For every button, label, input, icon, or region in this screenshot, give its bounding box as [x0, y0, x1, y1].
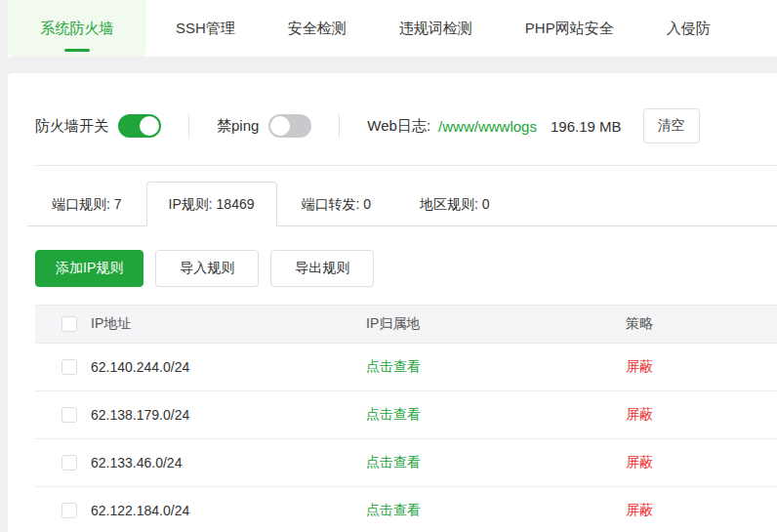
export-rules-button[interactable]: 导出规则 [270, 250, 374, 287]
policy-link[interactable]: 屏蔽 [626, 358, 653, 374]
top-tab-label: 违规词检测 [399, 20, 472, 38]
toggle-knob [270, 116, 290, 136]
toggle-knob [140, 116, 159, 136]
add-ip-rule-button[interactable]: 添加IP规则 [35, 250, 143, 287]
ping-switch-label: 禁ping [217, 117, 259, 136]
firewall-switch-label: 防火墙开关 [35, 117, 108, 136]
table-row: 62.140.244.0/24 点击查看 屏蔽 [35, 344, 777, 391]
column-header-policy: 策略 [626, 315, 777, 333]
row-checkbox[interactable] [61, 455, 77, 471]
rule-tab-ip-rules[interactable]: IP规则: 18469 [146, 182, 277, 226]
weblog-size: 196.19 MB [551, 118, 622, 135]
row-checkbox[interactable] [61, 407, 77, 423]
select-all-checkbox[interactable] [61, 316, 77, 332]
ip-location-link[interactable]: 点击查看 [366, 358, 421, 374]
firewall-switch-toggle[interactable] [118, 114, 161, 138]
top-tab-security-scan[interactable]: 安全检测 [288, 0, 347, 57]
top-tab-label: 安全检测 [288, 20, 347, 38]
ip-rules-table: IP地址 IP归属地 策略 62.140.244.0/24 点击查看 屏蔽 62… [35, 305, 777, 532]
rule-tabs: 端口规则: 7 IP规则: 18469 端口转发: 0 地区规则: 0 [27, 182, 777, 226]
top-tab-php-site-security[interactable]: PHP网站安全 [525, 0, 614, 57]
top-tab-banned-words[interactable]: 违规词检测 [399, 0, 472, 57]
rule-tab-port-forward[interactable]: 端口转发: 0 [277, 183, 396, 225]
row-checkbox[interactable] [61, 503, 77, 518]
top-tab-label: SSH管理 [176, 20, 235, 38]
table-row: 62.133.46.0/24 点击查看 屏蔽 [35, 439, 777, 487]
ip-address: 62.138.179.0/24 [91, 407, 366, 423]
switch-row: 防火墙开关 禁ping Web日志: /www/wwwlogs 196.19 M… [8, 73, 777, 165]
ip-location-link[interactable]: 点击查看 [366, 502, 421, 517]
policy-link[interactable]: 屏蔽 [626, 454, 653, 470]
toolbar: 添加IP规则 导入规则 导出规则 [35, 250, 777, 287]
policy-link[interactable]: 屏蔽 [626, 502, 653, 517]
ip-location-link[interactable]: 点击查看 [366, 454, 421, 470]
ping-switch-toggle[interactable] [268, 114, 311, 138]
top-tab-system-firewall[interactable]: 系统防火墙 [8, 0, 146, 57]
import-rules-button[interactable]: 导入规则 [155, 250, 259, 287]
rule-tab-port-rules[interactable]: 端口规则: 7 [27, 183, 146, 225]
weblog-label: Web日志: [367, 117, 430, 136]
page: 系统防火墙 SSH管理 安全检测 违规词检测 PHP网站安全 入侵防 防火墙开关… [0, 0, 777, 532]
policy-link[interactable]: 屏蔽 [626, 406, 653, 422]
page-gap [8, 57, 777, 73]
top-tab-label: 系统防火墙 [41, 20, 114, 38]
table-row: 62.138.179.0/24 点击查看 屏蔽 [35, 391, 777, 439]
section-divider [35, 165, 777, 166]
ip-location-link[interactable]: 点击查看 [366, 406, 421, 422]
row-checkbox[interactable] [61, 359, 77, 375]
top-tab-intrusion[interactable]: 入侵防 [667, 0, 711, 57]
rule-tab-region-rules[interactable]: 地区规则: 0 [395, 183, 514, 225]
ip-address: 62.140.244.0/24 [91, 359, 366, 375]
top-tab-ssh[interactable]: SSH管理 [176, 0, 235, 57]
ip-address: 62.133.46.0/24 [91, 455, 366, 471]
top-tab-label: PHP网站安全 [525, 20, 614, 38]
active-tab-underline [64, 49, 90, 52]
table-row: 62.122.184.0/24 点击查看 屏蔽 [35, 487, 777, 532]
clear-log-button[interactable]: 清空 [643, 108, 700, 143]
firewall-card: 防火墙开关 禁ping Web日志: /www/wwwlogs 196.19 M… [8, 73, 777, 532]
weblog-path-link[interactable]: /www/wwwlogs [438, 118, 537, 135]
column-header-ip: IP地址 [91, 315, 366, 333]
table-header: IP地址 IP归属地 策略 [35, 305, 777, 344]
top-tab-label: 入侵防 [667, 20, 711, 38]
vertical-divider [339, 114, 340, 138]
vertical-divider [188, 114, 189, 138]
top-nav: 系统防火墙 SSH管理 安全检测 违规词检测 PHP网站安全 入侵防 [8, 0, 777, 57]
ip-address: 62.122.184.0/24 [91, 503, 366, 518]
column-header-location: IP归属地 [366, 315, 626, 333]
